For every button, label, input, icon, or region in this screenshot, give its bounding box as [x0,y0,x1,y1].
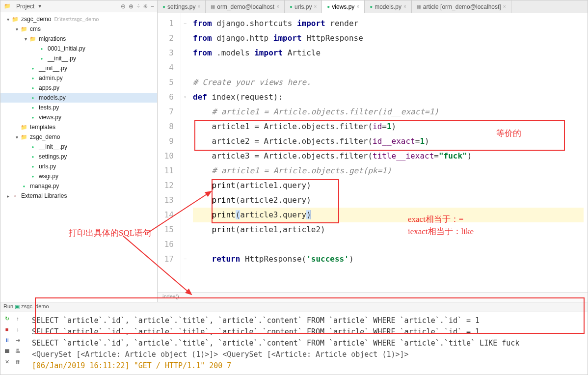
trash-button[interactable]: 🗑 [13,357,22,366]
run-panel: Run ▣ zsgc_demo ↻↑ ■↓ ⏸⇥ ⯀🖶 ✕🗑 SELECT `a… [0,302,588,375]
fold-column[interactable]: −▾− [181,13,189,292]
pause-button[interactable]: ⏸ [2,336,11,345]
tree-item-views-py[interactable]: views.py [0,112,157,122]
gear-icon[interactable]: ✳ [143,3,148,10]
tab-views-py[interactable]: ●views.py× [322,0,365,13]
project-title: Project [16,3,34,10]
tree-item-__init__-py[interactable]: __init__.py [0,54,157,63]
close-icon[interactable]: × [503,4,506,9]
project-tree[interactable]: ▾zsgc_demoD:\test\zsgc_demo▾cms▾migratio… [0,12,157,302]
tree-item-manage-py[interactable]: manage.py [0,181,157,191]
tree-item-templates[interactable]: templates [0,122,157,132]
tree-item-cms[interactable]: ▾cms [0,24,157,34]
editor-tabs[interactable]: ●settings.py×▦orm_demo@localhost×●urls.p… [158,0,588,13]
tree-item-zsgc_demo[interactable]: ▾zsgc_demo [0,132,157,142]
tree-item-__init__-py[interactable]: __init__.py [0,63,157,73]
tree-item-admin-py[interactable]: admin.py [0,73,157,83]
run-config[interactable]: zsgc_demo [21,303,49,309]
tree-item-models-py[interactable]: models.py [0,93,157,103]
close-button[interactable]: ✕ [2,357,11,366]
close-icon[interactable]: × [197,4,200,9]
exit-button[interactable]: ⯀ [2,347,11,355]
down-button[interactable]: ↓ [13,325,22,334]
chevron-down-icon[interactable]: ▼ [37,3,42,9]
console-output[interactable]: SELECT `article`.`id`, `article`.`title`… [28,312,588,375]
close-icon[interactable]: × [314,4,317,9]
tab-models-py[interactable]: ●models.py× [365,0,412,13]
project-icon [3,2,11,10]
tree-item-apps-py[interactable]: apps.py [0,83,157,93]
run-label: Run [3,303,13,309]
tree-item-External-Libraries[interactable]: ▸External Libraries [0,191,157,201]
collapse-icon[interactable]: ⊖ [121,3,126,10]
tab-settings-py[interactable]: ●settings.py× [158,0,206,13]
rerun-button[interactable]: ↻ [2,314,11,323]
tab-article-orm_demo-localhost-[interactable]: ▦article [orm_demo@localhost]× [412,0,511,13]
up-button[interactable]: ↑ [13,314,22,323]
project-sidebar: Project ▼ ⊖ ⊕ ÷ ✳ − ▾zsgc_demoD:\test\zs… [0,0,158,302]
hide-icon[interactable]: − [151,3,154,10]
breadcrumb[interactable]: index() [158,292,588,302]
tree-item-zsgc_demo[interactable]: ▾zsgc_demoD:\test\zsgc_demo [0,14,157,24]
close-icon[interactable]: × [356,4,359,9]
tree-item-urls-py[interactable]: urls.py [0,161,157,171]
divide-icon[interactable]: ÷ [136,3,140,10]
run-toolbar: ↻↑ ■↓ ⏸⇥ ⯀🖶 ✕🗑 [0,312,28,375]
tree-item-migrations[interactable]: ▾migrations [0,34,157,44]
close-icon[interactable]: × [403,4,406,9]
stop-button[interactable]: ■ [2,325,11,334]
tree-item-__init__-py[interactable]: __init__.py [0,142,157,152]
tree-item-tests-py[interactable]: tests.py [0,103,157,112]
tab-orm_demo-localhost[interactable]: ▦orm_demo@localhost× [206,0,285,13]
tree-item-0001_initial-py[interactable]: 0001_initial.py [0,44,157,54]
target-icon[interactable]: ⊕ [129,3,134,10]
line-gutter: 1234567891011121314151617 [158,13,181,292]
tab-urls-py[interactable]: ●urls.py× [285,0,322,13]
close-icon[interactable]: × [276,4,279,9]
code-area[interactable]: from django.shortcuts import renderfrom … [189,13,588,292]
wrap-button[interactable]: ⇥ [13,336,22,345]
tree-item-settings-py[interactable]: settings.py [0,152,157,161]
print-button[interactable]: 🖶 [13,347,22,355]
code-editor[interactable]: 1234567891011121314151617 −▾− from djang… [158,13,588,292]
tree-item-wsgi-py[interactable]: wsgi.py [0,171,157,181]
project-header: Project ▼ ⊖ ⊕ ÷ ✳ − [0,0,157,12]
